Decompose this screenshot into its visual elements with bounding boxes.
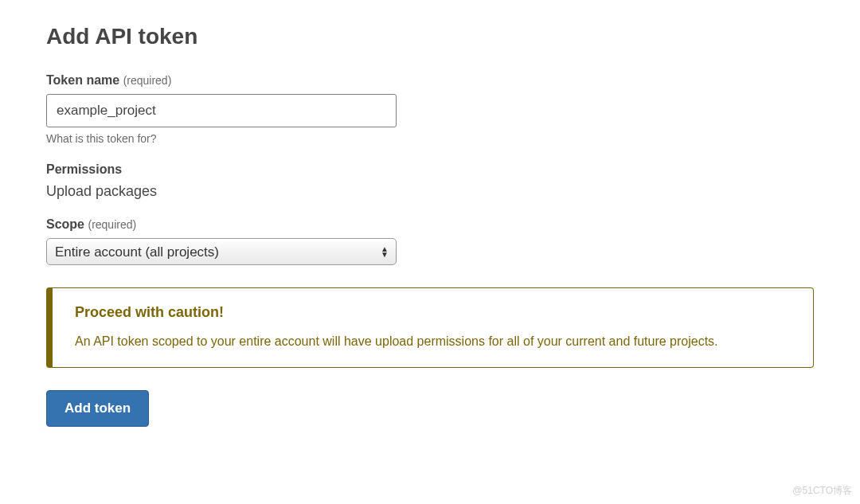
scope-label: Scope (46, 217, 84, 231)
token-name-label: Token name (46, 73, 119, 87)
permissions-label-row: Permissions (46, 162, 814, 177)
add-token-button[interactable]: Add token (46, 390, 149, 427)
token-name-required-hint: (required) (123, 74, 172, 87)
token-name-input[interactable] (46, 94, 397, 127)
permissions-value: Upload packages (46, 183, 814, 200)
scope-select[interactable]: Entire account (all projects) (46, 238, 397, 265)
permissions-group: Permissions Upload packages (46, 162, 814, 200)
scope-select-wrapper: Entire account (all projects) ▲▼ (46, 238, 397, 265)
token-name-help: What is this token for? (46, 132, 814, 145)
scope-group: Scope (required) Entire account (all pro… (46, 217, 814, 265)
scope-required-hint: (required) (88, 218, 136, 231)
token-name-label-row: Token name (required) (46, 73, 814, 88)
permissions-label: Permissions (46, 162, 122, 176)
token-name-group: Token name (required) What is this token… (46, 73, 814, 145)
caution-callout: Proceed with caution! An API token scope… (46, 287, 814, 368)
page-title: Add API token (46, 24, 814, 49)
callout-body: An API token scoped to your entire accou… (75, 332, 794, 351)
callout-title: Proceed with caution! (75, 304, 794, 321)
scope-label-row: Scope (required) (46, 217, 814, 232)
